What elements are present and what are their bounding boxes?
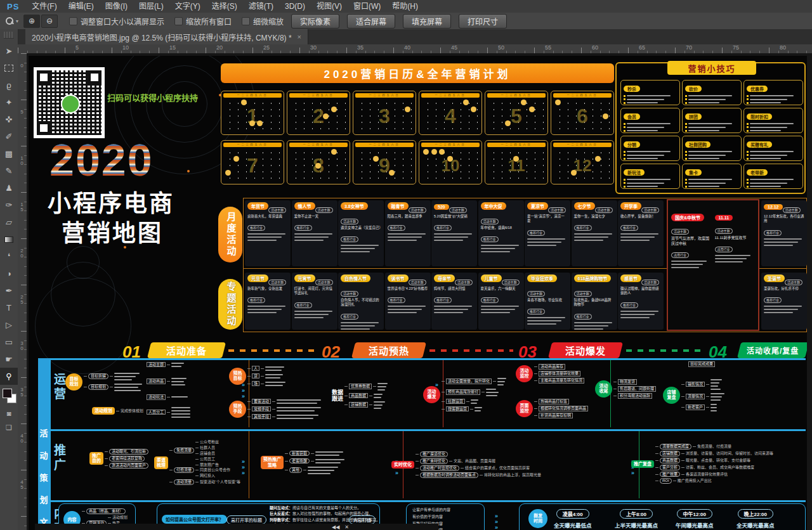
brush-tool[interactable]: ✎ bbox=[0, 162, 18, 179]
document-canvas[interactable]: 扫码可以获得小程序扶持 2020 小程序电商 营销地图 2020营销日历&全年营… bbox=[27, 53, 812, 530]
tool-preset-caret-icon[interactable]: ▾ bbox=[16, 18, 18, 24]
mindmap-cluster bbox=[261, 365, 284, 372]
mindmap-cluster: 活动商品库存 bbox=[534, 364, 584, 370]
mindmap-node: 免费流量、付费流量 bbox=[697, 444, 731, 449]
theme-tag: 活动主题 bbox=[409, 280, 426, 285]
tip-text-line bbox=[747, 179, 800, 181]
foreground-color-swatch[interactable] bbox=[3, 389, 12, 398]
placeholder-line bbox=[764, 312, 793, 313]
menu-10[interactable]: 窗口(W) bbox=[348, 0, 386, 13]
zoom-tool-icon[interactable] bbox=[5, 16, 14, 25]
menu-5[interactable]: 文字(Y) bbox=[169, 0, 206, 13]
menu-8[interactable]: 3D(D) bbox=[279, 0, 311, 13]
option-button-2[interactable]: 适合屏幕 bbox=[347, 14, 395, 29]
toolbar-grip[interactable] bbox=[4, 32, 14, 39]
side-label-char: 动 bbox=[38, 449, 49, 461]
poster-title-line2: 营销地图 bbox=[62, 222, 163, 245]
mindmap-cluster: 活动推广时监控优化结合客户的需求点，优化页面提高获客 bbox=[416, 465, 541, 471]
send-time-slot-4: 晚上22:00全天曝光最高点 bbox=[737, 507, 775, 529]
mindmap-cluster: 店铺数据 bbox=[344, 400, 388, 410]
shape-tool[interactable]: ▭ bbox=[0, 333, 18, 351]
menu-3[interactable]: 图像(I) bbox=[100, 0, 133, 13]
mindmap-cluster: 货 bbox=[247, 373, 285, 379]
phase-dashes-1 bbox=[228, 349, 317, 352]
phase-dashes-2 bbox=[429, 349, 513, 352]
menu-6[interactable]: 选择(S) bbox=[206, 0, 243, 13]
bullet-icon bbox=[747, 95, 749, 97]
quick-mask-button[interactable]: ◙ bbox=[0, 406, 18, 420]
mindmap-cluster: 人员分工 bbox=[147, 406, 190, 418]
marquee-tool[interactable] bbox=[0, 60, 18, 77]
eraser-tool[interactable]: ▱ bbox=[0, 214, 18, 231]
option-button-4[interactable]: 打印尺寸 bbox=[459, 14, 507, 29]
placeholder-lines bbox=[374, 400, 385, 410]
monthly-event-1: 年货节活动主题迎新春大礼，年货盛典推荐行业 bbox=[245, 200, 291, 266]
mindmap-node: 销售情况 bbox=[686, 382, 705, 387]
pen-tool[interactable]: ✒ bbox=[0, 282, 18, 299]
move-tool[interactable]: ➤ bbox=[0, 42, 18, 60]
mindmap-cluster: 店铺数据浏览量、访客量、访问时间、停留时长、访问来源等 bbox=[655, 451, 773, 456]
patch-tool[interactable]: ▩ bbox=[0, 145, 18, 162]
bullet-icon bbox=[685, 158, 687, 160]
mindmap-cluster: 曝光量、点击量、转化率、支付金额等 bbox=[681, 458, 750, 463]
mindmap-cluster: 积分海报活动追踪 bbox=[613, 393, 656, 399]
option-checkbox-1[interactable] bbox=[69, 17, 77, 25]
theme-tag: 活动主题 bbox=[481, 219, 499, 224]
wechat-icon bbox=[61, 94, 80, 113]
dodge-tool[interactable]: ◑ bbox=[0, 265, 18, 282]
rewind-icon[interactable]: ◀◀ bbox=[332, 524, 339, 530]
monthly-event-7: 夏凉节活动主题夏一站“清凉节”，清凉一夏推荐行业 bbox=[525, 200, 570, 266]
tip-text-line bbox=[685, 186, 738, 188]
menu-7[interactable]: 滤镜(T) bbox=[243, 0, 279, 13]
mindmap-cluster bbox=[272, 406, 321, 412]
hand-tool[interactable]: ☛ bbox=[0, 351, 18, 368]
lasso-tool[interactable]: ϱ bbox=[0, 77, 18, 94]
history-brush-tool[interactable]: ✑ bbox=[0, 197, 18, 214]
placeholder-lines bbox=[315, 458, 344, 464]
option-checkbox-2[interactable] bbox=[174, 17, 183, 25]
wand-tool[interactable]: ✦ bbox=[0, 94, 18, 111]
phase-dashes-3 bbox=[626, 349, 704, 352]
theme-tag: 活动主题 bbox=[315, 280, 333, 285]
placeholder-line bbox=[481, 248, 515, 249]
send-time-note: 午间曝光最高点 bbox=[676, 521, 714, 529]
mindmap-node: 售后跟进、问题处理 bbox=[618, 386, 656, 392]
tip-text-line bbox=[685, 123, 738, 125]
option-checkbox-3[interactable] bbox=[242, 17, 250, 25]
menu-1[interactable]: 文件(F) bbox=[26, 0, 62, 13]
blur-tool[interactable]: ❛ bbox=[0, 248, 18, 265]
mindmap-cluster bbox=[311, 450, 343, 456]
calendar-highlight-day bbox=[331, 149, 337, 155]
option-button-3[interactable]: 填充屏幕 bbox=[403, 14, 451, 29]
document-tab[interactable]: 2020小程序电商营销地图.jpg @ 12.5% (扫码可以获得小程序扶持, … bbox=[25, 29, 308, 44]
theme-tag: 活动主题 bbox=[641, 207, 659, 213]
flow-arrows-icon: » » » bbox=[242, 459, 245, 476]
poster-year: 2020 bbox=[49, 138, 154, 183]
mindmap-cluster: 预热 手段蓄客活动常规手段其他手段 bbox=[229, 398, 321, 420]
mindmap-node: 微客群运营 bbox=[446, 406, 469, 412]
mindmap-node: 活动商品库存 bbox=[539, 364, 565, 370]
menu-4[interactable]: 图层(L) bbox=[133, 0, 169, 13]
ruler-top-label-5: 5 bbox=[75, 44, 79, 51]
type-tool[interactable]: T bbox=[0, 299, 18, 316]
zoom-in-button[interactable]: ⊕ bbox=[23, 15, 40, 28]
option-button-1[interactable]: 实际像素 bbox=[291, 14, 339, 29]
crop-tool[interactable]: ✜ bbox=[0, 111, 18, 128]
overlay-close-icon[interactable]: ✕ bbox=[344, 524, 349, 530]
eyedropper-tool[interactable]: ✐ bbox=[0, 128, 18, 145]
path-select-tool[interactable]: ▷ bbox=[0, 316, 18, 333]
tab-close-icon[interactable]: × bbox=[298, 33, 301, 41]
zoom-out-button[interactable]: ⊖ bbox=[41, 15, 58, 28]
clone-stamp-tool[interactable]: ♟ bbox=[0, 179, 18, 197]
menu-2[interactable]: 编辑(E) bbox=[63, 0, 100, 13]
gradient-tool[interactable] bbox=[0, 231, 18, 248]
mindmap-node: 活动 爆发 bbox=[423, 386, 440, 403]
zoom-tool[interactable]: ⚲ bbox=[0, 368, 18, 385]
tip-label: 老带新 bbox=[747, 169, 768, 176]
menu-9[interactable]: 视图(V) bbox=[311, 0, 348, 13]
mindmap-node: 常规手段 bbox=[252, 406, 271, 412]
mindmap-cluster: 优惠券数据 bbox=[344, 382, 388, 391]
screen-mode-button[interactable]: ❏ bbox=[0, 420, 18, 434]
menu-11[interactable]: 帮助(H) bbox=[386, 0, 424, 13]
color-swatches[interactable] bbox=[0, 387, 18, 406]
